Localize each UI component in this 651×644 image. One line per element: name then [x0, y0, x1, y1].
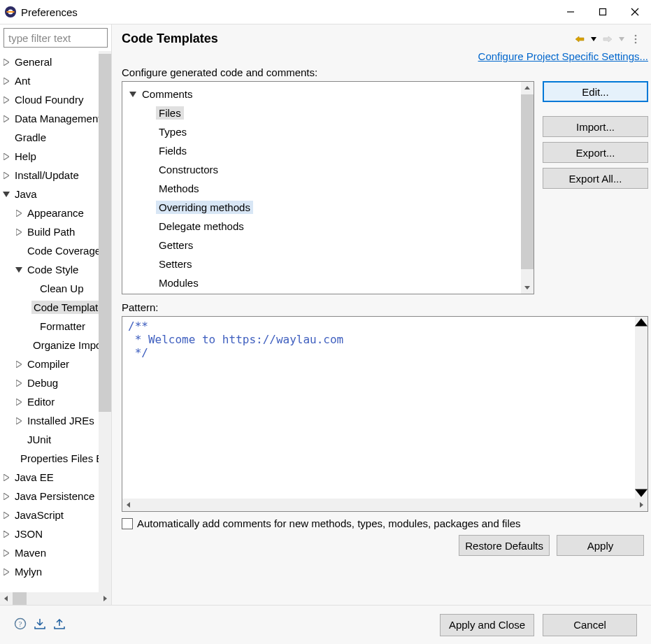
nav-item[interactable]: Appearance [0, 203, 111, 222]
chevron-right-icon[interactable] [13, 229, 25, 236]
svg-marker-23 [16, 361, 22, 368]
template-item-label: Modules [156, 276, 201, 289]
maximize-button[interactable] [587, 0, 619, 24]
nav-item[interactable]: Gradle [0, 128, 111, 147]
pattern-box[interactable]: /** * Welcome to https://waylau.com */ [122, 316, 648, 512]
close-button[interactable] [619, 0, 651, 24]
apply-close-button[interactable]: Apply and Close [440, 614, 534, 636]
export-prefs-icon[interactable] [53, 617, 66, 632]
nav-item[interactable]: Install/Update [0, 166, 111, 185]
chevron-right-icon[interactable] [13, 210, 25, 217]
chevron-right-icon[interactable] [13, 417, 25, 424]
chevron-right-icon[interactable] [0, 474, 13, 481]
svg-marker-12 [3, 153, 9, 160]
minimize-button[interactable] [555, 0, 587, 24]
chevron-right-icon[interactable] [0, 96, 13, 103]
template-vscroll[interactable] [521, 82, 534, 294]
chevron-down-icon[interactable] [127, 91, 139, 98]
template-item[interactable]: Modules [122, 273, 534, 292]
template-item[interactable]: Constructors [122, 160, 534, 179]
nav-item-label: Gradle [13, 131, 48, 144]
help-icon[interactable]: ? [14, 617, 27, 632]
template-item-label: Types [156, 125, 189, 138]
filter-input[interactable]: type filter text [3, 28, 108, 48]
cancel-button[interactable]: Cancel [543, 614, 637, 636]
nav-item[interactable]: Java [0, 185, 111, 203]
template-item[interactable]: Delegate methods [122, 217, 534, 236]
chevron-right-icon[interactable] [0, 172, 13, 179]
forward-dropdown-icon[interactable] [616, 37, 627, 41]
chevron-right-icon[interactable] [13, 361, 25, 368]
nav-item[interactable]: Mylyn [0, 562, 111, 581]
chevron-right-icon[interactable] [13, 399, 25, 406]
template-item[interactable]: Setters [122, 255, 534, 273]
nav-vscroll[interactable] [99, 51, 111, 592]
forward-icon[interactable] [602, 36, 613, 43]
chevron-right-icon[interactable] [0, 78, 13, 85]
nav-item-label: Debug [25, 376, 60, 389]
chevron-right-icon[interactable] [0, 115, 13, 122]
back-icon[interactable] [574, 36, 585, 43]
import-button[interactable]: Import... [543, 116, 648, 137]
nav-item[interactable]: Organize Imports [0, 336, 111, 355]
chevron-down-icon[interactable] [0, 191, 13, 198]
chevron-right-icon[interactable] [0, 531, 13, 538]
template-item[interactable]: Fields [122, 141, 534, 160]
nav-hscroll[interactable] [0, 592, 111, 605]
project-settings-link[interactable]: Configure Project Specific Settings... [478, 50, 648, 62]
chevron-down-icon[interactable] [13, 266, 25, 273]
nav-item[interactable]: Code Coverage [0, 241, 111, 260]
pattern-vscroll[interactable] [635, 317, 648, 499]
nav-item[interactable]: Data Management [0, 109, 111, 128]
template-item[interactable]: Comments [122, 85, 534, 103]
chevron-right-icon[interactable] [0, 512, 13, 519]
nav-item[interactable]: JavaScript [0, 506, 111, 524]
template-item[interactable]: Files [122, 103, 534, 122]
chevron-right-icon[interactable] [0, 568, 13, 575]
nav-item[interactable]: General [0, 52, 111, 71]
nav-item[interactable]: Code Style [0, 260, 111, 279]
nav-item[interactable]: Properties Files Editor [0, 449, 111, 468]
nav-item[interactable]: Maven [0, 543, 111, 562]
nav-item[interactable]: Clean Up [0, 279, 111, 298]
titlebar: Preferences [0, 0, 651, 24]
template-tree[interactable]: CommentsFilesTypesFieldsConstructorsMeth… [122, 81, 534, 294]
template-item[interactable]: Methods [122, 179, 534, 198]
chevron-right-icon[interactable] [0, 153, 13, 160]
nav-item[interactable]: Ant [0, 71, 111, 90]
nav-item[interactable]: Cloud Foundry [0, 90, 111, 109]
auto-comments-checkbox[interactable] [122, 518, 133, 529]
nav-item[interactable]: Formatter [0, 317, 111, 336]
nav-tree[interactable]: GeneralAntCloud FoundryData ManagementGr… [0, 51, 111, 592]
svg-point-41 [635, 41, 637, 43]
nav-item[interactable]: Build Path [0, 222, 111, 241]
nav-item[interactable]: Installed JREs [0, 411, 111, 430]
template-item[interactable]: Types [122, 122, 534, 141]
template-item[interactable]: Getters [122, 236, 534, 255]
nav-item[interactable]: Java Persistence [0, 487, 111, 506]
chevron-right-icon[interactable] [0, 550, 13, 557]
pattern-hscroll[interactable] [122, 499, 648, 511]
import-prefs-icon[interactable] [34, 617, 46, 632]
nav-item[interactable]: Code Templates [0, 298, 111, 317]
nav-item[interactable]: Debug [0, 373, 111, 392]
nav-item[interactable]: Editor [0, 392, 111, 411]
restore-defaults-button[interactable]: Restore Defaults [459, 535, 550, 556]
nav-item[interactable]: Compiler [0, 355, 111, 373]
nav-item[interactable]: Java EE [0, 468, 111, 487]
export-all-button[interactable]: Export All... [543, 168, 648, 189]
chevron-right-icon[interactable] [13, 380, 25, 387]
intro-label: Configure generated code and comments: [122, 66, 648, 78]
apply-button[interactable]: Apply [557, 535, 644, 556]
menu-icon[interactable] [630, 34, 641, 44]
nav-item[interactable]: JUnit [0, 430, 111, 449]
nav-item[interactable]: JSON [0, 524, 111, 543]
chevron-right-icon[interactable] [0, 493, 13, 500]
export-button[interactable]: Export... [543, 142, 648, 163]
edit-button[interactable]: Edit... [543, 81, 648, 102]
pattern-label: Pattern: [122, 301, 648, 313]
template-item[interactable]: Overriding methods [122, 198, 534, 217]
back-dropdown-icon[interactable] [588, 37, 599, 41]
chevron-right-icon[interactable] [0, 59, 13, 66]
nav-item[interactable]: Help [0, 147, 111, 166]
